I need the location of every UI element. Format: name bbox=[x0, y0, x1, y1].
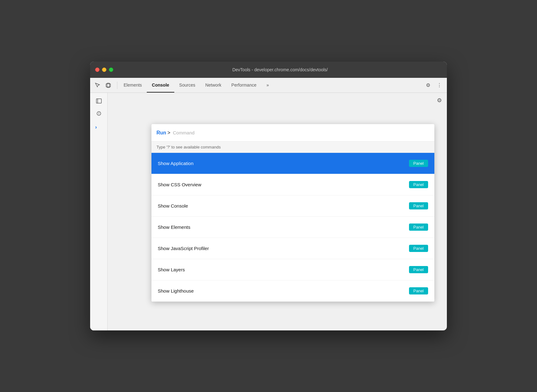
window-title: DevTools - developer.chrome.com/docs/dev… bbox=[118, 67, 442, 72]
tab-performance[interactable]: Performance bbox=[226, 78, 261, 93]
sidebar-panel-button[interactable] bbox=[93, 95, 105, 107]
tab-network[interactable]: Network bbox=[200, 78, 226, 93]
panel-badge: Panel bbox=[409, 181, 428, 188]
toolbar-right: ⚙ ⋮ bbox=[423, 80, 444, 90]
command-item-label: Show Lighthouse bbox=[158, 288, 194, 294]
main-content: › ⚙ Run > Type '?' to see availa bbox=[90, 93, 447, 330]
inspect-element-button[interactable] bbox=[93, 80, 103, 90]
sidebar: › bbox=[90, 93, 108, 330]
tab-sources[interactable]: Sources bbox=[174, 78, 200, 93]
tabs-container: Elements Console Sources Network Perform… bbox=[119, 78, 274, 93]
command-item-label: Show CSS Overview bbox=[158, 182, 201, 187]
svg-point-6 bbox=[99, 114, 99, 115]
panel-badge: Panel bbox=[409, 287, 428, 294]
traffic-lights bbox=[95, 68, 113, 72]
svg-rect-2 bbox=[96, 99, 101, 103]
command-item-label: Show JavaScript Profiler bbox=[158, 246, 209, 251]
command-item-show-elements[interactable]: Show Elements Panel bbox=[151, 217, 434, 238]
minimize-button[interactable] bbox=[102, 68, 106, 72]
command-item-show-layers[interactable]: Show Layers Panel bbox=[151, 259, 434, 280]
panel-badge: Panel bbox=[409, 224, 428, 231]
device-toggle-button[interactable] bbox=[103, 80, 113, 90]
settings-button[interactable]: ⚙ bbox=[423, 80, 433, 90]
command-list: Show Application Panel Show CSS Overview… bbox=[151, 153, 434, 302]
devtools-content: ⚙ Run > Type '?' to see available comman… bbox=[108, 93, 447, 330]
command-input-row: Run > bbox=[151, 124, 434, 142]
command-item-label: Show Console bbox=[158, 203, 188, 209]
command-palette: Run > Type '?' to see available commands… bbox=[151, 124, 434, 302]
command-input[interactable] bbox=[173, 130, 429, 135]
close-button[interactable] bbox=[95, 68, 100, 72]
command-item-label: Show Elements bbox=[158, 224, 190, 230]
toolbar-separator bbox=[117, 82, 117, 89]
command-item-show-lighthouse[interactable]: Show Lighthouse Panel bbox=[151, 280, 434, 302]
command-item-show-console[interactable]: Show Console Panel bbox=[151, 195, 434, 217]
run-label: Run bbox=[156, 130, 166, 136]
run-arrow: > bbox=[167, 130, 170, 136]
command-item-show-js-profiler[interactable]: Show JavaScript Profiler Panel bbox=[151, 238, 434, 259]
command-item-show-css-overview[interactable]: Show CSS Overview Panel bbox=[151, 174, 434, 195]
sidebar-toggle-button[interactable] bbox=[93, 108, 105, 119]
hint-row: Type '?' to see available commands bbox=[151, 142, 434, 153]
title-bar: DevTools - developer.chrome.com/docs/dev… bbox=[90, 62, 447, 78]
panel-badge: Panel bbox=[409, 202, 428, 209]
panel-badge: Panel bbox=[409, 266, 428, 273]
maximize-button[interactable] bbox=[109, 68, 113, 72]
panel-badge: Panel bbox=[409, 245, 428, 252]
more-tabs-button[interactable]: » bbox=[261, 78, 274, 93]
tab-elements[interactable]: Elements bbox=[119, 78, 147, 93]
svg-rect-0 bbox=[106, 84, 110, 87]
command-item-label: Show Layers bbox=[158, 267, 185, 272]
console-settings-button[interactable]: ⚙ bbox=[434, 95, 444, 105]
panel-badge: Panel bbox=[409, 160, 428, 167]
sidebar-chevron[interactable]: › bbox=[93, 123, 100, 132]
toolbar-left-icons bbox=[93, 80, 113, 90]
command-item-label: Show Application bbox=[158, 161, 193, 166]
more-options-button[interactable]: ⋮ bbox=[434, 80, 444, 90]
command-item-show-application[interactable]: Show Application Panel bbox=[151, 153, 434, 174]
tab-console[interactable]: Console bbox=[147, 78, 174, 93]
toolbar: Elements Console Sources Network Perform… bbox=[90, 78, 447, 93]
